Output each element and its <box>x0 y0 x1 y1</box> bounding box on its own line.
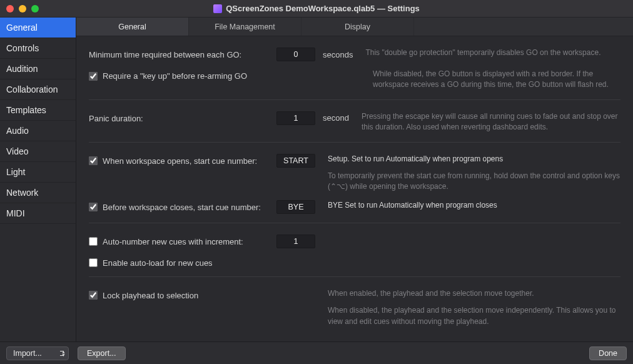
sidebar-item-general[interactable]: General <box>0 18 76 38</box>
sidebar-item-audio[interactable]: Audio <box>0 121 76 141</box>
lock-playhead-desc2: When disabled, the playhead and the sele… <box>328 305 620 327</box>
chevron-updown-icon: ▲▼ <box>61 350 66 356</box>
close-cue-desc: BYE Set to run Automatically when progra… <box>328 200 620 211</box>
export-button[interactable]: Export... <box>78 346 126 360</box>
autoload-checkbox[interactable]: Enable auto-load for new cues <box>89 258 276 268</box>
divider <box>89 276 620 277</box>
footer: Import... ▲▼ Export... Done <box>0 341 633 364</box>
sidebar-item-network[interactable]: Network <box>0 183 76 203</box>
autonum-label: Auto-number new cues with increment: <box>103 237 243 246</box>
autoload-label: Enable auto-load for new cues <box>103 258 213 268</box>
panic-desc: Pressing the escape key will cause all r… <box>362 111 620 133</box>
lock-playhead-input[interactable] <box>89 291 98 300</box>
settings-tabs: General File Management Display <box>76 18 633 36</box>
autonum-input[interactable] <box>89 237 98 246</box>
close-cue-field[interactable] <box>276 200 315 214</box>
sidebar-item-midi[interactable]: MIDI <box>0 203 76 224</box>
tab-file-management[interactable]: File Management <box>189 18 301 36</box>
min-go-desc: This "double go protection" temporarily … <box>365 48 620 58</box>
close-cue-checkbox[interactable]: Before workspace closes, start cue numbe… <box>89 203 276 212</box>
open-cue-checkbox[interactable]: When workspace opens, start cue number: <box>89 156 276 166</box>
require-keyup-input[interactable] <box>89 72 98 81</box>
require-keyup-label: Require a "key up" before re-arming GO <box>103 71 247 81</box>
min-go-unit: seconds <box>323 50 353 59</box>
require-keyup-checkbox[interactable]: Require a "key up" before re-arming GO <box>89 71 276 81</box>
open-cue-input[interactable] <box>89 156 98 165</box>
close-icon[interactable] <box>6 5 14 13</box>
sidebar-item-audition[interactable]: Audition <box>0 59 76 79</box>
autoload-input[interactable] <box>89 258 98 267</box>
import-select[interactable]: Import... ▲▼ <box>6 346 69 360</box>
tab-general[interactable]: General <box>76 18 189 36</box>
autonum-checkbox[interactable]: Auto-number new cues with increment: <box>89 237 276 246</box>
open-cue-desc2: To temporarily prevent the start cue fro… <box>328 171 620 193</box>
divider <box>89 99 620 100</box>
lock-playhead-checkbox[interactable]: Lock playhead to selection <box>89 291 276 300</box>
panic-label: Panic duration: <box>89 111 276 123</box>
done-button[interactable]: Done <box>589 346 627 360</box>
panic-unit: second <box>323 113 349 123</box>
titlebar: QScreenZones DemoWorkspace.qlab5 — Setti… <box>0 0 633 18</box>
window-title-text: QScreenZones DemoWorkspace.qlab5 — Setti… <box>226 4 420 13</box>
import-label: Import... <box>13 349 42 358</box>
tab-display[interactable]: Display <box>301 18 414 36</box>
open-cue-field[interactable] <box>276 154 315 168</box>
min-go-label: Minimum time required between each GO: <box>89 48 276 59</box>
lock-playhead-desc-wrap: When enabled, the playhead and the selec… <box>328 288 620 327</box>
require-keyup-desc: While disabled, the GO button is display… <box>373 69 620 91</box>
sidebar-item-light[interactable]: Light <box>0 162 76 183</box>
open-cue-label: When workspace opens, start cue number: <box>103 156 257 166</box>
sidebar-item-collaboration[interactable]: Collaboration <box>0 79 76 100</box>
close-cue-input[interactable] <box>89 203 98 211</box>
autonum-field[interactable] <box>276 235 315 248</box>
window-controls <box>6 5 39 13</box>
app-icon <box>213 4 222 13</box>
window-title: QScreenZones DemoWorkspace.qlab5 — Setti… <box>0 4 633 13</box>
lock-playhead-label: Lock playhead to selection <box>103 291 198 300</box>
sidebar-item-templates[interactable]: Templates <box>0 100 76 121</box>
panic-input[interactable] <box>276 111 315 125</box>
open-cue-desc-wrap: Setup. Set to run Automatically when pro… <box>328 154 620 193</box>
lock-playhead-desc1: When enabled, the playhead and the selec… <box>328 288 620 299</box>
divider <box>89 142 620 143</box>
sidebar-item-controls[interactable]: Controls <box>0 38 76 59</box>
min-go-input[interactable] <box>276 48 315 61</box>
close-cue-label: Before workspace closes, start cue numbe… <box>103 203 261 212</box>
minimize-icon[interactable] <box>19 5 26 13</box>
sidebar-item-video[interactable]: Video <box>0 141 76 162</box>
divider <box>89 223 620 223</box>
fullscreen-icon[interactable] <box>31 5 39 13</box>
general-pane: Minimum time required between each GO: s… <box>76 36 633 341</box>
open-cue-desc: Setup. Set to run Automatically when pro… <box>328 154 620 164</box>
settings-sidebar: General Controls Audition Collaboration … <box>0 18 76 341</box>
